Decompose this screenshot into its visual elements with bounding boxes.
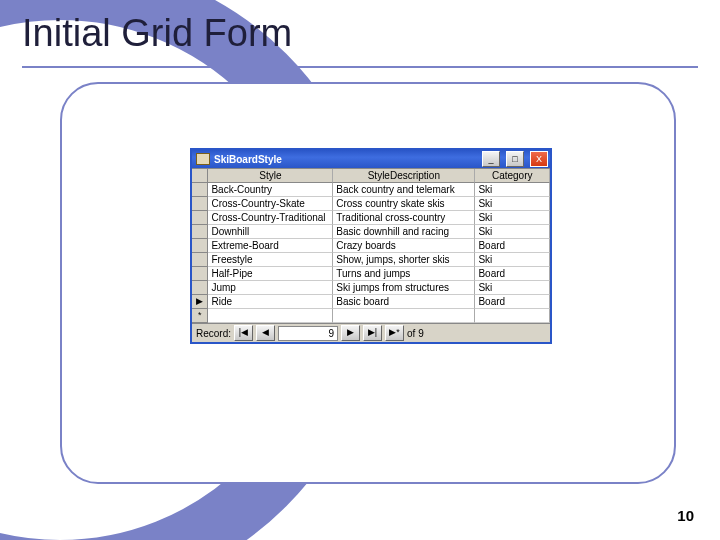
cell-desc[interactable]: Back country and telemark: [333, 183, 475, 197]
cell-cat[interactable]: Ski: [475, 197, 550, 211]
table-row[interactable]: Half-Pipe Turns and jumps Board: [192, 267, 550, 281]
cell-style[interactable]: Freestyle: [208, 253, 333, 267]
row-selector[interactable]: [192, 267, 208, 281]
cell-cat[interactable]: Ski: [475, 253, 550, 267]
cell-style[interactable]: Extreme-Board: [208, 239, 333, 253]
data-grid: Style StyleDescription Category Back-Cou…: [192, 168, 550, 323]
cell-style[interactable]: Cross-Country-Traditional: [208, 211, 333, 225]
cell-style[interactable]: Ride: [208, 295, 333, 309]
record-of-text: of 9: [407, 328, 424, 339]
row-selector[interactable]: [192, 239, 208, 253]
table-row[interactable]: ▶ Ride Basic board Board: [192, 295, 550, 309]
cell-cat[interactable]: Ski: [475, 281, 550, 295]
cell-desc[interactable]: [333, 309, 475, 323]
table-row[interactable]: Downhill Basic downhill and racing Ski: [192, 225, 550, 239]
cell-style[interactable]: [208, 309, 333, 323]
cell-desc[interactable]: Basic downhill and racing: [333, 225, 475, 239]
record-navigator: Record: |◀ ◀ 9 ▶ ▶| ▶* of 9: [192, 323, 550, 342]
record-label: Record:: [196, 328, 231, 339]
slide-title: Initial Grid Form: [22, 12, 292, 55]
table-row[interactable]: Freestyle Show, jumps, shorter skis Ski: [192, 253, 550, 267]
close-button[interactable]: X: [530, 151, 548, 167]
form-icon: [196, 153, 210, 165]
row-selector-new[interactable]: *: [192, 309, 208, 323]
cell-style[interactable]: Jump: [208, 281, 333, 295]
row-selector-header[interactable]: [192, 169, 208, 183]
row-selector[interactable]: [192, 253, 208, 267]
row-selector[interactable]: [192, 211, 208, 225]
cell-desc[interactable]: Cross country skate skis: [333, 197, 475, 211]
record-number-input[interactable]: 9: [278, 326, 338, 341]
table-row-new[interactable]: *: [192, 309, 550, 323]
cell-cat[interactable]: Board: [475, 267, 550, 281]
minimize-button[interactable]: _: [482, 151, 500, 167]
slide-page-number: 10: [677, 507, 694, 524]
row-selector[interactable]: [192, 197, 208, 211]
row-selector-current[interactable]: ▶: [192, 295, 208, 309]
table-row[interactable]: Jump Ski jumps from structures Ski: [192, 281, 550, 295]
cell-desc[interactable]: Traditional cross-country: [333, 211, 475, 225]
column-header-style[interactable]: Style: [208, 169, 333, 183]
cell-style[interactable]: Back-Country: [208, 183, 333, 197]
table-row[interactable]: Cross-Country-Traditional Traditional cr…: [192, 211, 550, 225]
table-row[interactable]: Extreme-Board Crazy boards Board: [192, 239, 550, 253]
slide-title-underline: [22, 66, 698, 68]
row-selector[interactable]: [192, 225, 208, 239]
column-header-description[interactable]: StyleDescription: [333, 169, 475, 183]
cell-desc[interactable]: Crazy boards: [333, 239, 475, 253]
row-selector[interactable]: [192, 281, 208, 295]
window-titlebar[interactable]: SkiBoardStyle _ □ X: [192, 150, 550, 168]
cell-desc[interactable]: Basic board: [333, 295, 475, 309]
maximize-button[interactable]: □: [506, 151, 524, 167]
cell-desc[interactable]: Ski jumps from structures: [333, 281, 475, 295]
table-row[interactable]: Back-Country Back country and telemark S…: [192, 183, 550, 197]
cell-desc[interactable]: Show, jumps, shorter skis: [333, 253, 475, 267]
access-grid-window: SkiBoardStyle _ □ X Style StyleDescripti…: [190, 148, 552, 344]
cell-cat[interactable]: Board: [475, 295, 550, 309]
cell-cat[interactable]: [475, 309, 550, 323]
nav-new-record-button[interactable]: ▶*: [385, 325, 404, 341]
cell-style[interactable]: Half-Pipe: [208, 267, 333, 281]
cell-cat[interactable]: Ski: [475, 211, 550, 225]
cell-cat[interactable]: Ski: [475, 183, 550, 197]
row-selector[interactable]: [192, 183, 208, 197]
nav-first-button[interactable]: |◀: [234, 325, 253, 341]
cell-style[interactable]: Cross-Country-Skate: [208, 197, 333, 211]
column-header-category[interactable]: Category: [475, 169, 550, 183]
cell-desc[interactable]: Turns and jumps: [333, 267, 475, 281]
nav-next-button[interactable]: ▶: [341, 325, 360, 341]
nav-prev-button[interactable]: ◀: [256, 325, 275, 341]
window-title: SkiBoardStyle: [214, 154, 476, 165]
table-row[interactable]: Cross-Country-Skate Cross country skate …: [192, 197, 550, 211]
cell-cat[interactable]: Ski: [475, 225, 550, 239]
cell-style[interactable]: Downhill: [208, 225, 333, 239]
grid-header-row: Style StyleDescription Category: [192, 169, 550, 183]
nav-last-button[interactable]: ▶|: [363, 325, 382, 341]
cell-cat[interactable]: Board: [475, 239, 550, 253]
